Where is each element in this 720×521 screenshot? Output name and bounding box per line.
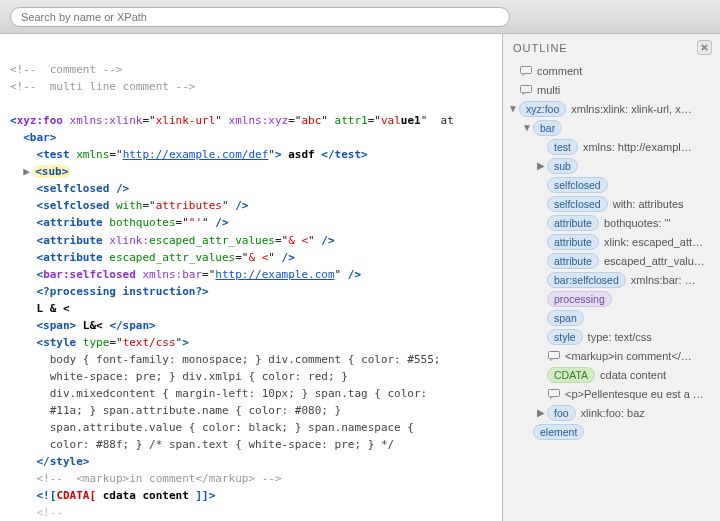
- tree-label: multi: [537, 84, 560, 96]
- element-pill: processing: [547, 291, 612, 307]
- tree-meta: escaped_attr_valu…: [604, 255, 705, 267]
- outline-panel: OUTLINE comment multi ▼ xyz:foo xmlns:xl…: [502, 34, 720, 521]
- disclosure-triangle-icon[interactable]: ▼: [521, 122, 533, 133]
- tag: <bar>: [23, 131, 56, 144]
- attr-value: "': [189, 216, 202, 229]
- cdata-open: <![: [37, 489, 57, 502]
- tree-meta: xmlns:bar: …: [631, 274, 696, 286]
- tree-row[interactable]: selfclosed: [507, 175, 716, 194]
- disclosure-triangle-icon[interactable]: ▼: [507, 103, 519, 114]
- tree-meta: xmlns:xlink: xlink-url, x…: [571, 103, 691, 115]
- attr-value: & <: [288, 234, 308, 247]
- attr-value: attributes: [156, 199, 222, 212]
- tree-row[interactable]: comment: [507, 61, 716, 80]
- tag-name: attribute: [43, 251, 103, 264]
- tag-name: attribute: [43, 216, 103, 229]
- tree-row[interactable]: processing: [507, 289, 716, 308]
- comment-icon: [547, 350, 561, 362]
- svg-rect-3: [549, 389, 560, 396]
- code-editor[interactable]: <!-- comment --> <!-- multi line comment…: [0, 34, 502, 521]
- tree-row[interactable]: span: [507, 308, 716, 327]
- close-icon[interactable]: [697, 40, 712, 55]
- disclosure-triangle-icon[interactable]: ▶: [23, 163, 33, 180]
- tag-close: </test>: [315, 148, 368, 161]
- element-pill: bar:selfclosed: [547, 272, 626, 288]
- tree-row[interactable]: test xmlns: http://exampl…: [507, 137, 716, 156]
- element-pill: xyz:foo: [519, 101, 566, 117]
- comment-icon: [547, 388, 561, 400]
- tree-row[interactable]: ▼ bar: [507, 118, 716, 137]
- element-pill: selfclosed: [547, 177, 608, 193]
- attr-value: text/css: [123, 336, 176, 349]
- tree-row[interactable]: attribute xlink: escaped_att…: [507, 232, 716, 251]
- url-link[interactable]: http://example.com: [215, 268, 334, 281]
- disclosure-triangle-icon[interactable]: ▶: [535, 160, 547, 171]
- disclosure-triangle-icon[interactable]: ▶: [535, 407, 547, 418]
- svg-rect-1: [521, 85, 532, 92]
- attr-name: xmlns: [70, 148, 110, 161]
- attr-name: with: [109, 199, 142, 212]
- text-node: L&<: [76, 319, 109, 332]
- attr-name: bothquotes: [103, 216, 176, 229]
- attr-name: escaped_attr_values: [149, 234, 275, 247]
- comment-line: <!-- <markup>in comment</markup> -->: [37, 472, 282, 485]
- cdata-close: ]]>: [195, 489, 215, 502]
- tree-row[interactable]: CDATA cdata content: [507, 365, 716, 384]
- tree-row[interactable]: multi: [507, 80, 716, 99]
- tree-meta: xlink:foo: baz: [581, 407, 645, 419]
- css-text: body { font-family: monospace; } div.com…: [50, 353, 441, 366]
- attr-name: xmlns:bar: [136, 268, 202, 281]
- tree-row[interactable]: element: [507, 422, 716, 441]
- tree-row[interactable]: <markup>in comment</…: [507, 346, 716, 365]
- element-pill: span: [547, 310, 584, 326]
- url-link[interactable]: http://example.com/def: [123, 148, 269, 161]
- outline-tree[interactable]: comment multi ▼ xyz:foo xmlns:xlink: xli…: [503, 59, 720, 449]
- element-pill: bar: [533, 120, 562, 136]
- attr-name: escaped_attr_values: [103, 251, 235, 264]
- element-pill: CDATA: [547, 367, 595, 383]
- outline-header: OUTLINE: [503, 34, 720, 59]
- element-pill: attribute: [547, 234, 599, 250]
- search-input[interactable]: [10, 7, 510, 27]
- text-node: asdf: [288, 148, 315, 161]
- attr-value: & <: [248, 251, 268, 264]
- outline-title: OUTLINE: [513, 42, 568, 54]
- tree-row[interactable]: selfclosed with: attributes: [507, 194, 716, 213]
- tree-row[interactable]: <p>Pellentesque eu est a …: [507, 384, 716, 403]
- tree-meta: cdata content: [600, 369, 666, 381]
- css-text: div.mixedcontent { margin-left: 10px; } …: [50, 387, 428, 400]
- attr-ns: xlink:: [103, 234, 149, 247]
- element-pill: foo: [547, 405, 576, 421]
- highlighted-tag[interactable]: <sub>: [33, 165, 70, 178]
- processing-instruction: <?processing instruction?>: [37, 285, 209, 298]
- element-pill: selfclosed: [547, 196, 608, 212]
- tree-meta: xlink: escaped_att…: [604, 236, 703, 248]
- tree-row[interactable]: attribute bothquotes: "': [507, 213, 716, 232]
- css-text: span.attribute.value { color: black; } s…: [50, 421, 414, 434]
- attr-name: type: [76, 336, 109, 349]
- text-node: L & <: [37, 302, 70, 315]
- comment-icon: [519, 84, 533, 96]
- tag-name: selfclosed: [43, 199, 109, 212]
- comment-line: <!--: [37, 506, 64, 519]
- css-text: #11a; } span.attribute.name { color: #08…: [50, 404, 341, 417]
- tree-meta: type: text/css: [588, 331, 652, 343]
- tag: <span>: [37, 319, 77, 332]
- tree-row[interactable]: attribute escaped_attr_valu…: [507, 251, 716, 270]
- comment-icon: [519, 65, 533, 77]
- tree-row[interactable]: bar:selfclosed xmlns:bar: …: [507, 270, 716, 289]
- tree-row[interactable]: ▶ foo xlink:foo: baz: [507, 403, 716, 422]
- tag-close: </span>: [109, 319, 155, 332]
- attr-name: xmlns:xyz: [222, 114, 288, 127]
- tree-row[interactable]: ▶ sub: [507, 156, 716, 175]
- tag-name: bar:selfclosed: [43, 268, 136, 281]
- tree-meta: bothquotes: "': [604, 217, 671, 229]
- tag-name: test: [43, 148, 70, 161]
- attr-value: val: [381, 114, 401, 127]
- tree-label: <p>Pellentesque eu est a …: [565, 388, 704, 400]
- element-pill: attribute: [547, 215, 599, 231]
- attr-value: abc: [301, 114, 321, 127]
- tree-row[interactable]: ▼ xyz:foo xmlns:xlink: xlink-url, x…: [507, 99, 716, 118]
- svg-rect-2: [549, 351, 560, 358]
- tree-row[interactable]: style type: text/css: [507, 327, 716, 346]
